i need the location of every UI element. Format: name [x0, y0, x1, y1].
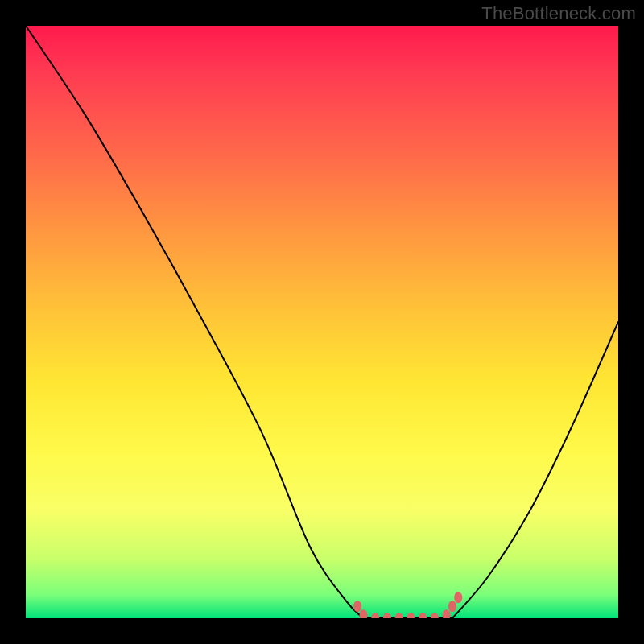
- marker-dot: [407, 613, 415, 618]
- marker-dot: [419, 613, 427, 618]
- marker-dot: [371, 613, 379, 618]
- marker-dot: [448, 601, 456, 612]
- marker-dot: [443, 609, 451, 618]
- watermark-text: TheBottleneck.com: [481, 3, 636, 24]
- chart-container: TheBottleneck.com: [0, 0, 644, 644]
- curve-layer: [26, 26, 618, 618]
- marker-dot: [395, 613, 403, 618]
- plot-area: [26, 26, 618, 618]
- marker-dot: [353, 601, 361, 612]
- marker-dot: [431, 613, 439, 618]
- optimal-markers: [353, 592, 462, 618]
- marker-dot: [454, 592, 462, 603]
- marker-dot: [383, 613, 391, 618]
- curve-path: [26, 26, 618, 618]
- bottleneck-curve: [26, 26, 618, 618]
- marker-dot: [360, 609, 368, 618]
